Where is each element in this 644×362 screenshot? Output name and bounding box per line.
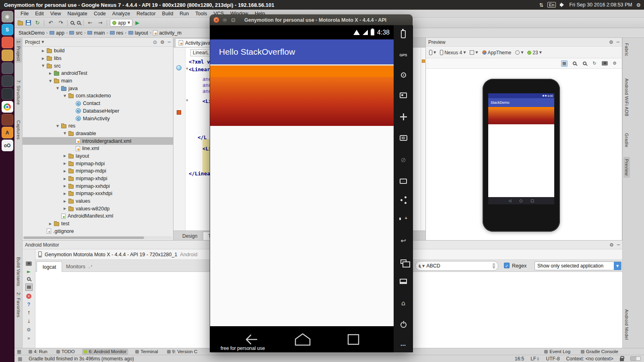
menu-view[interactable]: View — [47, 10, 64, 17]
tool-button-event-log[interactable]: Event Log — [543, 349, 572, 355]
tool-button-preview[interactable]: Preview — [623, 157, 630, 178]
chevron-right-icon[interactable]: ▶ — [64, 177, 68, 181]
tree-item-mipmap-mdpi[interactable]: ▶mipmap-mdpi — [23, 167, 173, 175]
menu-file[interactable]: File — [18, 10, 31, 17]
menu-navigate[interactable]: Navigate — [65, 10, 90, 17]
clock[interactable]: Fri Sep 30 2016 2:08:53 PM — [569, 2, 632, 8]
run-button[interactable]: ▶ — [135, 20, 139, 26]
locale-dropdown[interactable]: ▼ — [515, 50, 523, 55]
keyboard-layout-indicator[interactable]: En — [547, 2, 556, 8]
home-icon[interactable] — [294, 333, 312, 346]
screenshot-camera-icon[interactable] — [26, 261, 32, 266]
editor-breadcrumb-chip[interactable]: LinearL — [190, 49, 211, 56]
gutter-class-icon[interactable] — [176, 65, 182, 70]
tool-button-todo[interactable]: TODO — [55, 349, 76, 355]
zoom-out-icon[interactable] — [77, 21, 80, 25]
app-content[interactable] — [210, 126, 394, 326]
chevron-right-icon[interactable]: ▶ — [64, 162, 68, 165]
back-icon[interactable] — [242, 333, 260, 346]
tree-item-libs[interactable]: ▶libs — [23, 55, 173, 62]
app-grid-icon[interactable] — [2, 37, 13, 48]
menu-edit[interactable]: Edit — [32, 10, 47, 17]
tool-button-android-monitor[interactable]: 6: Android Monitor — [82, 349, 128, 355]
help-icon[interactable]: ? — [27, 302, 30, 307]
code-line[interactable]: <Linear — [189, 66, 210, 72]
tree-item-layout[interactable]: ▶layout — [23, 152, 173, 160]
move-icon[interactable] — [400, 113, 407, 120]
play-icon[interactable]: ► — [27, 269, 31, 274]
search-input[interactable] — [426, 263, 491, 269]
recents-icon[interactable] — [345, 333, 361, 346]
logcat-search-field[interactable]: ▼ × — [415, 261, 498, 271]
tool-button-run[interactable]: 4: Run — [27, 349, 49, 355]
terminal-icon[interactable] — [2, 75, 13, 87]
chevron-down-icon[interactable]: ▼ — [64, 132, 68, 135]
sync-icon[interactable]: ↻ — [34, 20, 41, 26]
zoom-in-icon[interactable] — [571, 60, 578, 67]
snapshot-icon[interactable] — [601, 60, 608, 67]
tree-item-build[interactable]: ▶build — [23, 47, 173, 55]
volume-up-icon[interactable] — [399, 216, 407, 222]
scrollbar-thumb[interactable] — [23, 237, 144, 239]
gps-widget-icon[interactable]: GPS — [399, 53, 407, 57]
hide-panel-icon[interactable]: ─ — [617, 242, 620, 248]
gutter-color-preview[interactable] — [177, 110, 181, 115]
toggle-toolwindows-icon[interactable]: ▦ — [18, 356, 22, 362]
expand-chevrons-icon[interactable]: » — [27, 335, 30, 341]
tree-item-values[interactable]: ▶values — [23, 197, 173, 205]
android-studio-icon[interactable]: A — [2, 127, 13, 138]
hide-panel-icon[interactable]: ─ — [617, 39, 619, 45]
breadcrumb-item-res[interactable]: res — [110, 30, 123, 36]
chevron-right-icon[interactable]: ▶ — [64, 207, 68, 210]
gear-icon[interactable]: ⚙ — [609, 39, 613, 45]
tree-item-mipmap-xxhdpi[interactable]: ▶mipmap-xxhdpi — [23, 182, 173, 190]
tree-item-res[interactable]: ▼res — [23, 122, 173, 130]
chevron-right-icon[interactable]: ▶ — [64, 169, 68, 173]
tab-design[interactable]: Design — [178, 232, 202, 240]
tool-button-android-model[interactable]: Android Model — [623, 307, 630, 342]
image-viewer-icon[interactable] — [2, 88, 13, 100]
gear-icon[interactable]: ⚙ — [609, 242, 614, 248]
tree-item-line-xml[interactable]: line.xml — [23, 145, 173, 152]
tool-button-build-variants[interactable]: Build Variants — [15, 255, 22, 288]
layout-toggle-icon[interactable] — [25, 284, 33, 291]
chevron-right-icon[interactable]: ▶ — [42, 49, 47, 53]
chevron-down-icon[interactable]: ▼ — [56, 86, 61, 90]
app-brown-icon[interactable] — [2, 114, 13, 125]
chevron-right-icon[interactable]: ▶ — [42, 57, 47, 60]
menu-code[interactable]: Code — [91, 10, 109, 17]
tree-item-mainactivity[interactable]: MainActivity — [23, 115, 173, 122]
menu-refactor[interactable]: Refactor — [134, 10, 158, 17]
chevron-right-icon[interactable]: ▶ — [49, 222, 54, 226]
volume-icon[interactable] — [560, 2, 565, 7]
menu-run[interactable]: Run — [177, 10, 192, 17]
code-line[interactable]: </L — [198, 134, 207, 140]
device-id-icon[interactable]: ID — [400, 135, 407, 141]
session-gear-icon[interactable]: ⚙ — [636, 2, 641, 8]
menu-analyze[interactable]: Analyze — [109, 10, 133, 17]
chevron-down-icon[interactable]: ▼ — [64, 94, 68, 98]
theme-dropdown[interactable]: AppTheme — [482, 50, 512, 56]
chevron-down-icon[interactable]: ▼ — [41, 40, 44, 44]
camera-widget-icon[interactable] — [400, 93, 407, 98]
forward-icon[interactable]: → — [97, 20, 104, 26]
rotate-back-icon[interactable]: ↩ — [400, 237, 406, 245]
zoom-out-icon[interactable] — [581, 60, 588, 67]
share-icon[interactable] — [400, 199, 402, 201]
close-red-icon[interactable] — [26, 294, 31, 299]
tree-item-java[interactable]: ▼java — [23, 84, 173, 92]
battery-widget-icon[interactable] — [401, 30, 406, 38]
maximize-button[interactable]: □ — [230, 17, 236, 23]
tree-item-drawable[interactable]: ▼drawable — [23, 130, 173, 138]
settings-gear-icon[interactable]: ⚙ — [27, 327, 31, 333]
tool-button-terminal[interactable]: Terminal — [134, 349, 159, 355]
tree-item-mipmap-xxxhdpi[interactable]: ▶mipmap-xxxhdpi — [23, 190, 173, 197]
down-icon[interactable]: ↓ — [27, 319, 31, 324]
orientation-dropdown[interactable]: ▼ — [429, 50, 436, 55]
tree-item-androidtest[interactable]: ▶androidTest — [23, 70, 173, 77]
menu-key-icon[interactable] — [400, 279, 407, 284]
breadcrumb-item-layout[interactable]: layout — [128, 30, 148, 36]
refresh-icon[interactable]: ↻ — [591, 60, 598, 67]
chevron-down-icon[interactable]: ▼ — [56, 124, 61, 128]
locate-icon[interactable]: ⊙ — [153, 39, 157, 45]
